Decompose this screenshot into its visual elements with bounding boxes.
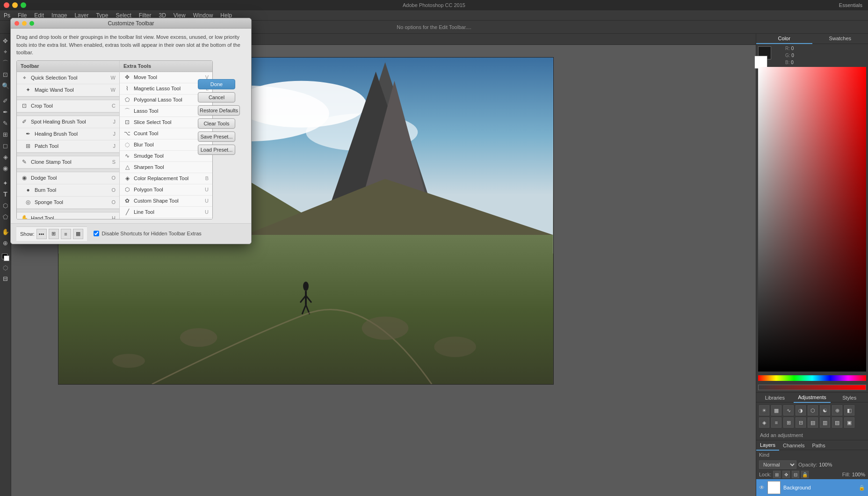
essentials-button[interactable]: Essentials bbox=[839, 2, 862, 8]
dialog-max-btn[interactable] bbox=[29, 21, 34, 26]
gradient-map-adj[interactable]: ▨ bbox=[832, 417, 842, 428]
extra-sharpen-name: Sharpen Tool bbox=[134, 164, 206, 170]
tab-color[interactable]: Color bbox=[756, 34, 812, 44]
toolbar-item-burn[interactable]: ● Burn Tool O bbox=[17, 184, 119, 197]
show-grid-btn[interactable]: ⊞ bbox=[49, 229, 59, 239]
load-preset-button[interactable]: Load Preset... bbox=[198, 145, 235, 155]
maximize-button[interactable] bbox=[21, 2, 26, 8]
selection-tool-icon[interactable]: ⌖ bbox=[0, 47, 11, 57]
disable-shortcuts-label[interactable]: Disable Shortcuts for Hidden Toolbar Ext… bbox=[102, 231, 202, 236]
brush-tool-icon[interactable]: ✒ bbox=[0, 107, 11, 117]
layer-visibility-icon[interactable]: 👁 bbox=[759, 484, 765, 491]
brightness-adj[interactable]: ☀ bbox=[759, 405, 769, 416]
eraser-tool-icon[interactable]: ◻ bbox=[0, 140, 11, 151]
healing-tool-icon[interactable]: ✐ bbox=[0, 95, 11, 106]
dialog-min-btn[interactable] bbox=[22, 21, 27, 26]
extra-polygon-tool[interactable]: ⬡ Polygon Tool U bbox=[120, 184, 212, 196]
extra-sharpen-tool[interactable]: △ Sharpen Tool bbox=[120, 162, 212, 173]
tab-swatches[interactable]: Swatches bbox=[812, 34, 868, 44]
invert-adj[interactable]: ⊟ bbox=[796, 417, 806, 428]
restore-defaults-button[interactable]: Restore Defaults bbox=[198, 105, 240, 116]
screen-mode-icon[interactable]: ⊟ bbox=[0, 273, 11, 284]
opacity-slider[interactable] bbox=[758, 385, 866, 390]
toolbar-item-magic-wand[interactable]: ✦ Magic Wand Tool W bbox=[17, 84, 119, 96]
save-preset-button[interactable]: Save Preset... bbox=[198, 131, 235, 142]
fg-bg-colors-panel[interactable] bbox=[758, 46, 781, 65]
eyedropper-tool-icon[interactable]: 🔍 bbox=[0, 80, 11, 91]
bw-adj[interactable]: ◧ bbox=[844, 405, 854, 416]
shortcut-hand: H bbox=[112, 215, 116, 219]
threshold-adj[interactable]: ▥ bbox=[820, 417, 830, 428]
color-picker-gradient[interactable] bbox=[758, 67, 866, 372]
color-balance-adj[interactable]: ⊕ bbox=[832, 405, 842, 416]
hue-sat-adj[interactable]: ☯ bbox=[820, 405, 830, 416]
lasso-tool-icon[interactable]: ⌒ bbox=[0, 58, 11, 68]
zoom-tool-icon[interactable]: ⊕ bbox=[0, 238, 11, 248]
toolbar-item-dodge[interactable]: ◉ Dodge Tool O bbox=[17, 172, 119, 184]
blend-mode-select[interactable]: Normal Multiply Screen bbox=[759, 460, 796, 469]
toolbar-item-patch[interactable]: ⊞ Patch Tool J bbox=[17, 140, 119, 153]
toolbar-item-crop[interactable]: ⊡ Crop Tool C bbox=[17, 100, 119, 112]
clone-tool-icon[interactable]: ✎ bbox=[0, 118, 11, 128]
tool-name-healing-brush: Healing Brush Tool bbox=[35, 131, 110, 137]
tab-adjustments[interactable]: Adjustments bbox=[794, 393, 831, 403]
toolbar-item-sponge[interactable]: ◎ Sponge Tool O bbox=[17, 197, 119, 209]
toolbar-item-healing-brush[interactable]: ✒ Healing Brush Tool J bbox=[17, 128, 119, 140]
tool-name-crop: Crop Tool bbox=[31, 103, 109, 109]
show-compact-btn[interactable]: ▦ bbox=[73, 229, 83, 239]
path-select-icon[interactable]: ⬡ bbox=[0, 200, 11, 211]
toolbar-item-quick-selection[interactable]: ⌖ Quick Selection Tool W bbox=[17, 72, 119, 84]
lock-all-btn[interactable]: 🔒 bbox=[801, 471, 809, 478]
clear-tools-button[interactable]: Clear Tools bbox=[198, 118, 235, 129]
history-brush-icon[interactable]: ⊞ bbox=[0, 129, 11, 139]
selective-color-adj[interactable]: ▣ bbox=[844, 417, 854, 428]
close-button[interactable] bbox=[4, 2, 9, 8]
lock-position-btn[interactable]: ✥ bbox=[782, 471, 790, 478]
tab-layers[interactable]: Layers bbox=[756, 440, 779, 451]
extra-horiz-type-mask[interactable]: T Horizontal Type Mask Tool T bbox=[120, 218, 212, 219]
extra-color-replacement[interactable]: ◈ Color Replacement Tool B bbox=[120, 173, 212, 184]
dialog-close-btn[interactable] bbox=[14, 21, 19, 26]
color-lookup-adj[interactable]: ⊞ bbox=[783, 417, 794, 428]
layer-row[interactable]: 👁 Background 🔒 bbox=[756, 479, 868, 496]
cancel-button[interactable]: Cancel bbox=[198, 92, 235, 102]
dodge-tool-icon[interactable]: ◉ bbox=[0, 163, 11, 173]
photo-filter-adj[interactable]: ◈ bbox=[759, 417, 769, 428]
vibrance-adj[interactable]: ⬡ bbox=[808, 405, 818, 416]
quick-mask-icon[interactable]: ◌ bbox=[0, 262, 11, 272]
pen-tool-icon[interactable]: ✦ bbox=[0, 178, 11, 188]
extra-custom-shape[interactable]: ✿ Custom Shape Tool U bbox=[120, 196, 212, 207]
toolbar-item-clone-stamp[interactable]: ✎ Clone Stamp Tool S bbox=[17, 156, 119, 168]
lock-artboard-btn[interactable]: ⊟ bbox=[792, 471, 799, 478]
tab-libraries[interactable]: Libraries bbox=[756, 393, 794, 403]
extra-line-tool[interactable]: ╱ Line Tool U bbox=[120, 207, 212, 218]
posterize-adj[interactable]: ▤ bbox=[808, 417, 818, 428]
toolbar-item-spot-healing[interactable]: ✐ Spot Healing Brush Tool J bbox=[17, 116, 119, 128]
tool-name-quick-selection: Quick Selection Tool bbox=[31, 75, 108, 80]
tab-paths[interactable]: Paths bbox=[809, 440, 829, 451]
tab-styles[interactable]: Styles bbox=[831, 393, 868, 403]
exposure-adj[interactable]: ◑ bbox=[796, 405, 806, 416]
minimize-button[interactable] bbox=[12, 2, 18, 8]
shapes-tool-icon[interactable]: ⬠ bbox=[0, 212, 11, 222]
curves-adj[interactable]: ∿ bbox=[783, 405, 794, 416]
show-dots-btn[interactable]: ••• bbox=[36, 229, 47, 239]
shortcut-clone-stamp: S bbox=[112, 159, 116, 165]
burn-icon: ● bbox=[24, 186, 32, 194]
gradient-tool-icon[interactable]: ◈ bbox=[0, 152, 11, 162]
done-button[interactable]: Done bbox=[198, 79, 235, 89]
lock-pixels-btn[interactable]: ⊞ bbox=[773, 471, 781, 478]
move-tool-icon[interactable]: ✥ bbox=[0, 36, 11, 46]
crop-tool-icon[interactable]: ⊡ bbox=[0, 69, 11, 80]
hand-tool-icon[interactable]: ✋ bbox=[0, 226, 11, 237]
hue-slider[interactable] bbox=[758, 375, 866, 381]
levels-adj[interactable]: ▦ bbox=[771, 405, 781, 416]
type-tool-icon[interactable]: T bbox=[0, 189, 11, 199]
tab-channels[interactable]: Channels bbox=[779, 440, 808, 451]
channel-mixer-adj[interactable]: ≡ bbox=[771, 417, 781, 428]
disable-shortcuts-checkbox[interactable] bbox=[94, 231, 99, 236]
menu-ps[interactable]: Ps bbox=[4, 12, 10, 19]
toolbar-item-hand[interactable]: ✋ Hand Tool H bbox=[17, 212, 119, 219]
show-list-btn[interactable]: ≡ bbox=[61, 229, 71, 239]
fg-bg-colors[interactable] bbox=[1, 253, 10, 261]
